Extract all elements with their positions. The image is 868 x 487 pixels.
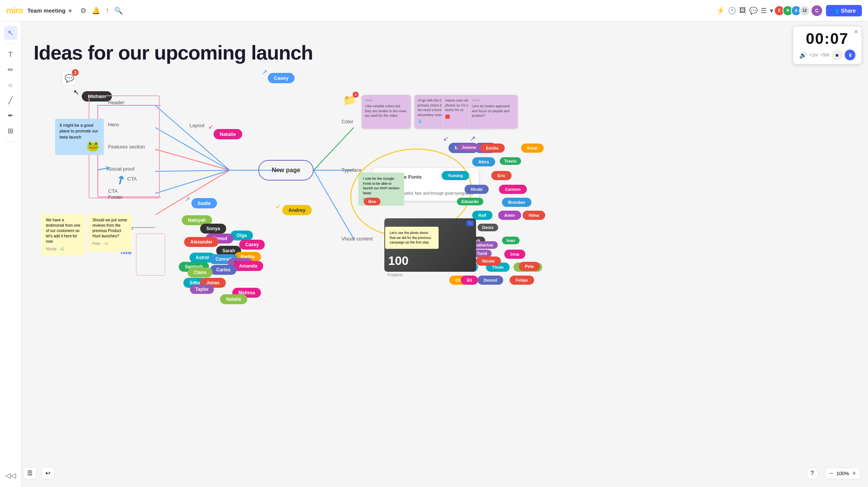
- grid-tool[interactable]: ⊞: [4, 124, 18, 138]
- node-olga[interactable]: Olga: [230, 231, 253, 240]
- search-icon[interactable]: 🔍: [114, 6, 123, 15]
- zoom-in-button[interactable]: +: [852, 469, 856, 477]
- zoom-out-button[interactable]: −: [829, 469, 834, 477]
- node-akira[interactable]: Akira: [472, 157, 495, 166]
- comment-bubble[interactable]: 💬 3: [62, 71, 77, 85]
- more-icon[interactable]: ▾: [770, 6, 773, 15]
- timer-close-button[interactable]: ✕: [854, 29, 858, 35]
- video-score: 100: [388, 254, 408, 268]
- timer-sound-icon[interactable]: 🔊: [799, 52, 807, 59]
- zoom-level: 100%: [836, 471, 849, 476]
- sticky-user-2: Pete · −1: [92, 241, 127, 247]
- sticky-reviews[interactable]: Should we put some reviews from the prev…: [88, 214, 132, 252]
- node-emilio[interactable]: Emilio: [480, 144, 505, 153]
- cursor-label-natalie: Natalie: [214, 129, 242, 139]
- sticky-reviews-text: Should we put some reviews from the prev…: [92, 218, 127, 239]
- label-footer: Footer: [108, 194, 123, 200]
- node-eric[interactable]: Eric: [491, 171, 512, 180]
- settings-icon[interactable]: ⚙: [80, 6, 86, 15]
- timer-icon[interactable]: 🕐: [728, 6, 736, 15]
- undo-button[interactable]: ↩: [41, 467, 55, 479]
- sticky-testimonial[interactable]: We have a testimonial from one of our cu…: [41, 214, 85, 256]
- text-tool[interactable]: T: [4, 48, 18, 61]
- label-header: Header: [108, 100, 125, 105]
- node-taylor[interactable]: Taylor: [190, 285, 214, 294]
- card-notion[interactable]: Sadie Let's try Notion approach and focu…: [468, 95, 518, 129]
- cursor-label-andrey: Andrey: [282, 205, 312, 215]
- node-yuming[interactable]: Yuming: [442, 171, 469, 180]
- node-joanne[interactable]: Joanne: [457, 144, 481, 151]
- label-layout: Layout: [189, 123, 204, 128]
- node-irina[interactable]: Irina: [504, 250, 525, 259]
- help-button[interactable]: ?: [806, 467, 818, 479]
- toolbar-separator-2: [5, 142, 16, 142]
- card-header-1: Sadie: [365, 98, 408, 102]
- card-airtable[interactable]: Sadie I like Airtable colors but they ar…: [361, 95, 411, 129]
- lightning-icon[interactable]: ⚡: [716, 6, 725, 15]
- bottom-left-tools: ☰ ↩: [23, 467, 55, 479]
- line-tool[interactable]: ╱: [4, 94, 18, 107]
- cursor-igor: ↗: [470, 134, 476, 143]
- node-casey-bottom[interactable]: Casey: [239, 240, 265, 250]
- bell-icon[interactable]: 🔔: [92, 6, 100, 15]
- board-heading: Ideas for our upcoming launch: [34, 41, 313, 64]
- pen-tool[interactable]: ✒: [4, 109, 18, 123]
- cursor-hisham: ↖: [73, 88, 79, 97]
- user-avatar[interactable]: C: [811, 5, 823, 17]
- center-node[interactable]: New page: [258, 160, 314, 181]
- node-denzel[interactable]: Denzel: [478, 276, 503, 285]
- sticky-photo-shoot[interactable]: Let's use the photo shoot that we did fo…: [385, 227, 439, 249]
- comment-count: 3: [72, 69, 79, 76]
- cursor-nawras: ↙: [443, 134, 449, 143]
- image-icon[interactable]: 🖼: [739, 6, 746, 15]
- timer-plus1m[interactable]: +1m: [809, 52, 818, 58]
- node-carlos[interactable]: Carlos: [210, 265, 236, 275]
- node-amanda[interactable]: Amanda: [233, 261, 263, 271]
- node-alexander[interactable]: Alexander: [184, 237, 219, 247]
- node-ivan[interactable]: Ivan: [502, 237, 520, 244]
- canvas-content: Ideas for our upcoming launch 💬 3 ↖ Hish…: [21, 21, 868, 487]
- menu-icon[interactable]: ☰: [761, 6, 767, 15]
- sticky-gfonts-text: I vote for the Google Fonts to be able t…: [363, 176, 400, 195]
- node-hiroki[interactable]: Hiroki: [465, 185, 489, 194]
- node-eli[interactable]: Eli: [461, 276, 478, 285]
- timer-plus5m[interactable]: +5m: [820, 52, 829, 58]
- node-pete[interactable]: Pete: [519, 262, 540, 271]
- share-upload-icon[interactable]: ↑: [105, 6, 109, 15]
- folder-icon[interactable]: 📁 4: [343, 94, 356, 106]
- board-title[interactable]: Team meeting ★: [28, 7, 73, 14]
- draw-tool[interactable]: ✏: [4, 63, 18, 77]
- comment-icon[interactable]: 💬: [749, 6, 758, 15]
- pages-button[interactable]: ☰: [23, 467, 37, 479]
- share-button[interactable]: 👥 Share: [826, 5, 862, 16]
- node-felipe[interactable]: Felipe: [510, 276, 534, 285]
- node-nicole[interactable]: Nicole: [476, 256, 501, 266]
- node-claire[interactable]: Claire: [188, 268, 212, 277]
- node-ralf[interactable]: Ralf: [472, 211, 492, 220]
- node-denis[interactable]: Denis: [478, 224, 498, 231]
- node-hima[interactable]: Hima: [523, 211, 545, 220]
- card-text-1: I like Airtable colors but they are simi…: [365, 104, 408, 118]
- timer-pause-button[interactable]: ⏸: [845, 50, 855, 60]
- shape-tool[interactable]: ○: [4, 78, 18, 92]
- node-travis[interactable]: Travis: [500, 157, 521, 165]
- node-eduardo[interactable]: Eduardo: [457, 198, 483, 205]
- timer-stop-button[interactable]: ■: [832, 50, 842, 60]
- select-tool[interactable]: ↖: [4, 26, 18, 40]
- node-carmen[interactable]: Carmen: [499, 185, 527, 194]
- node-amin[interactable]: Amin: [498, 211, 521, 220]
- cursor-andrey: ↙: [275, 202, 281, 210]
- label-hero: Hero: [108, 122, 119, 127]
- more-tools[interactable]: ◁◁: [4, 469, 18, 482]
- node-bea[interactable]: Bea: [364, 198, 381, 205]
- node-brendan[interactable]: Brendan: [502, 198, 531, 207]
- sticky-user-1: Nicole · +1: [46, 247, 81, 252]
- node-kenji[interactable]: Kenji: [521, 144, 544, 153]
- topbar-icons: ⚙ 🔔 ↑ 🔍: [80, 6, 123, 15]
- label-features: Features section: [108, 144, 145, 150]
- node-natalie-bottom[interactable]: Natalie: [220, 294, 247, 304]
- star-icon[interactable]: ★: [68, 8, 73, 14]
- avatar-count[interactable]: 12: [799, 5, 810, 16]
- timer-display: 00:07: [806, 30, 849, 47]
- node-sonya[interactable]: Sonya: [200, 224, 226, 234]
